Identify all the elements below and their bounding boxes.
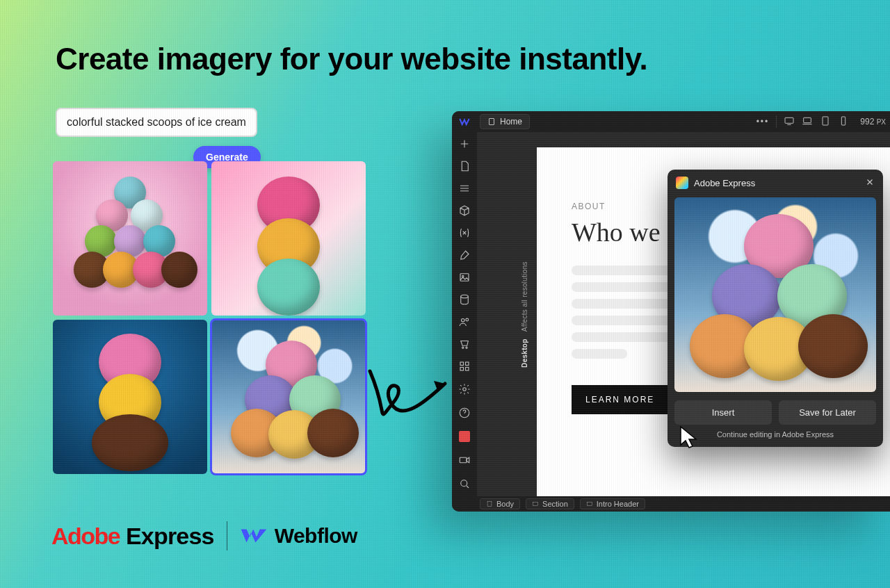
desktop-device-icon[interactable]: [784, 115, 795, 129]
svg-rect-16: [466, 368, 469, 371]
page-icon[interactable]: [458, 160, 471, 172]
continue-editing-link[interactable]: Continue editing in Adobe Express: [668, 429, 883, 447]
learn-more-button[interactable]: LEARN MORE: [572, 385, 668, 414]
svg-rect-4: [823, 117, 828, 125]
svg-point-12: [466, 347, 467, 348]
svg-rect-23: [587, 503, 592, 506]
crumb-body[interactable]: Body: [480, 498, 520, 509]
svg-point-10: [466, 318, 469, 321]
home-breadcrumb[interactable]: Home: [480, 114, 530, 129]
home-label: Home: [500, 117, 522, 126]
webflow-logo-icon[interactable]: [452, 116, 477, 127]
svg-point-20: [461, 480, 467, 487]
result-thumb-4-selected[interactable]: [211, 320, 366, 474]
svg-point-9: [462, 319, 465, 322]
tablet-device-icon[interactable]: [820, 115, 831, 129]
help-icon[interactable]: [458, 406, 471, 420]
result-thumb-1[interactable]: [53, 161, 207, 316]
variables-icon[interactable]: [458, 227, 471, 239]
users-icon[interactable]: [458, 316, 471, 328]
breadcrumb-bar: Body Section Intro Header: [452, 496, 890, 512]
search-icon[interactable]: [458, 477, 471, 491]
crumb-section[interactable]: Section: [526, 498, 574, 509]
svg-rect-14: [466, 362, 469, 366]
save-for-later-button[interactable]: Save for Later: [779, 400, 876, 425]
svg-rect-19: [460, 457, 467, 463]
cube-icon[interactable]: [458, 204, 471, 217]
video-icon[interactable]: [458, 453, 471, 467]
svg-rect-6: [460, 274, 469, 281]
headline: Create imagery for your website instantl…: [56, 42, 647, 76]
footer-logos: Adobe Express Webflow: [51, 521, 357, 550]
gear-icon[interactable]: [458, 382, 471, 396]
crumb-intro-header[interactable]: Intro Header: [580, 498, 645, 509]
stop-icon[interactable]: [458, 430, 471, 443]
close-icon[interactable]: [865, 177, 875, 189]
viewport-width[interactable]: 992 PX: [860, 117, 886, 126]
editor-topbar: Home ••• 992 PX: [452, 111, 890, 132]
panel-title: Adobe Express: [694, 178, 755, 188]
svg-rect-15: [460, 368, 464, 371]
insert-button[interactable]: Insert: [674, 400, 772, 425]
svg-rect-5: [842, 117, 846, 125]
result-thumb-3[interactable]: [53, 320, 207, 474]
menu-icon[interactable]: [458, 182, 471, 195]
cart-icon[interactable]: [458, 338, 471, 350]
image-icon[interactable]: [458, 271, 471, 284]
svg-rect-2: [785, 117, 793, 123]
add-icon[interactable]: [458, 138, 471, 150]
laptop-device-icon[interactable]: [802, 115, 813, 129]
prompt-input[interactable]: colorful stacked scoops of ice cream: [56, 108, 257, 137]
more-icon[interactable]: •••: [756, 117, 770, 126]
results-grid: [53, 161, 366, 474]
svg-rect-22: [533, 503, 538, 506]
adobe-express-logo-icon: [676, 177, 688, 189]
panel-preview-image: [674, 197, 876, 392]
mobile-device-icon[interactable]: [838, 115, 849, 129]
adobe-express-logo: Adobe Express: [51, 523, 214, 550]
result-thumb-2[interactable]: [211, 161, 366, 316]
device-switcher: [784, 115, 857, 129]
adobe-express-panel: Adobe Express Insert Save for Later Cont…: [668, 170, 883, 447]
brush-icon[interactable]: [458, 249, 471, 261]
webflow-logo: Webflow: [240, 524, 357, 548]
svg-point-8: [461, 295, 469, 298]
svg-rect-3: [804, 117, 811, 122]
svg-rect-1: [490, 119, 494, 125]
apps-icon[interactable]: [458, 360, 471, 373]
webflow-editor: Home ••• 992 PX: [452, 111, 890, 512]
viewport-tabstrip: DesktopAffects all resolutions: [516, 132, 533, 496]
left-tool-rail: [452, 132, 477, 496]
svg-rect-21: [487, 502, 492, 507]
svg-rect-13: [460, 362, 464, 366]
svg-point-11: [462, 347, 464, 348]
database-icon[interactable]: [458, 293, 471, 306]
arrow-icon: [362, 361, 459, 431]
svg-point-17: [463, 388, 467, 391]
